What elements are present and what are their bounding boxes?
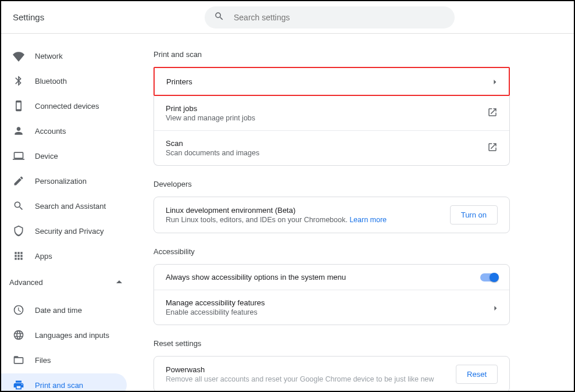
sidebar-advanced-label: Advanced xyxy=(9,278,43,287)
page-title: Settings xyxy=(13,12,205,22)
row-scan[interactable]: Scan Scan documents and images xyxy=(154,131,509,165)
sidebar-item-files[interactable]: Files xyxy=(1,348,136,372)
sidebar-item-label: Languages and inputs xyxy=(35,331,109,340)
row-subtitle: Scan documents and images xyxy=(166,149,259,157)
printers-highlight: Printers xyxy=(153,67,510,96)
clock-icon xyxy=(13,304,24,316)
apps-icon xyxy=(13,250,24,262)
sidebar: Network Bluetooth Connected devices Acco… xyxy=(1,34,136,391)
shield-icon xyxy=(13,225,24,237)
section-title-accessibility: Accessibility xyxy=(153,247,510,256)
sidebar-item-device[interactable]: Device xyxy=(1,144,136,168)
section-title-developers: Developers xyxy=(153,180,510,188)
sidebar-item-apps[interactable]: Apps xyxy=(1,244,136,268)
sidebar-item-connected-devices[interactable]: Connected devices xyxy=(1,94,136,117)
sidebar-item-label: Print and scan xyxy=(35,381,83,390)
sidebar-item-label: Date and time xyxy=(35,306,82,315)
sidebar-item-label: Accounts xyxy=(35,127,66,136)
sidebar-item-search-assistant[interactable]: Search and Assistant xyxy=(1,194,136,218)
arrow-right-icon xyxy=(492,76,497,87)
sidebar-item-label: Device xyxy=(35,152,58,161)
sidebar-item-label: Apps xyxy=(35,252,52,261)
sidebar-item-security[interactable]: Security and Privacy xyxy=(1,219,136,243)
row-subtitle: View and manage print jobs xyxy=(166,114,255,122)
toggle-on[interactable] xyxy=(480,273,498,281)
folder-icon xyxy=(13,354,24,366)
edit-icon xyxy=(13,175,24,187)
globe-icon xyxy=(13,329,24,341)
row-title: Print jobs xyxy=(166,104,255,113)
laptop-icon xyxy=(13,150,24,162)
row-title: Manage accessibility features xyxy=(166,298,265,307)
search-input[interactable] xyxy=(234,13,445,22)
search-icon xyxy=(214,11,234,24)
row-title: Scan xyxy=(166,139,259,148)
sidebar-item-label: Connected devices xyxy=(35,102,99,111)
chevron-up-icon xyxy=(116,278,122,287)
sidebar-item-label: Search and Assistant xyxy=(35,202,106,211)
main-content: Print and scan Printers Print jobs View … xyxy=(136,34,574,391)
row-manage-a11y[interactable]: Manage accessibility features Enable acc… xyxy=(154,290,509,325)
sidebar-item-label: Security and Privacy xyxy=(35,227,104,236)
sidebar-item-print-scan[interactable]: Print and scan xyxy=(1,373,127,391)
row-powerwash: Powerwash Remove all user accounts and r… xyxy=(154,357,509,391)
row-print-jobs[interactable]: Print jobs View and manage print jobs xyxy=(154,96,509,131)
open-external-icon xyxy=(487,142,498,155)
row-title: Linux development environment (Beta) xyxy=(166,206,387,215)
row-title: Printers xyxy=(166,77,192,86)
sidebar-item-label: Personalization xyxy=(35,177,87,186)
accessibility-card: Always show accessibility options in the… xyxy=(153,264,510,325)
person-icon xyxy=(13,125,24,137)
row-always-show-a11y[interactable]: Always show accessibility options in the… xyxy=(154,265,509,290)
sidebar-item-languages[interactable]: Languages and inputs xyxy=(1,323,136,347)
arrow-right-icon xyxy=(493,302,498,313)
row-subtitle: Enable accessibility features xyxy=(166,308,265,316)
row-linux: Linux development environment (Beta) Run… xyxy=(154,197,509,233)
phone-icon xyxy=(13,100,24,112)
sidebar-item-label: Network xyxy=(35,52,63,60)
sidebar-item-label: Bluetooth xyxy=(35,77,67,85)
bluetooth-icon xyxy=(13,75,24,87)
search-box[interactable] xyxy=(205,6,455,28)
sidebar-item-label: Files xyxy=(35,356,51,365)
sidebar-item-personalization[interactable]: Personalization xyxy=(1,169,136,193)
row-subtitle: Remove all user accounts and reset your … xyxy=(166,375,434,383)
learn-more-link[interactable]: Learn more xyxy=(349,216,387,224)
reset-button[interactable]: Reset xyxy=(456,365,498,384)
print-icon xyxy=(13,379,24,391)
sidebar-item-network[interactable]: Network xyxy=(1,44,136,67)
header: Settings xyxy=(1,1,574,34)
wifi-icon xyxy=(13,50,24,62)
print-scan-card: Print jobs View and manage print jobs Sc… xyxy=(153,96,510,166)
search-nav-icon xyxy=(13,200,24,212)
row-printers[interactable]: Printers xyxy=(155,68,509,95)
sidebar-advanced-toggle[interactable]: Advanced xyxy=(1,269,136,295)
row-subtitle: Run Linux tools, editors, and IDEs on yo… xyxy=(166,216,387,224)
reset-card: Powerwash Remove all user accounts and r… xyxy=(153,356,510,391)
open-external-icon xyxy=(487,107,498,120)
section-title-reset: Reset settings xyxy=(153,339,510,348)
turn-on-button[interactable]: Turn on xyxy=(450,205,498,224)
section-title-print-scan: Print and scan xyxy=(153,50,510,59)
sidebar-item-date-time[interactable]: Date and time xyxy=(1,298,136,322)
row-title: Powerwash xyxy=(166,365,434,374)
sidebar-item-bluetooth[interactable]: Bluetooth xyxy=(1,69,136,92)
developers-card: Linux development environment (Beta) Run… xyxy=(153,197,510,233)
sidebar-item-accounts[interactable]: Accounts xyxy=(1,119,136,142)
row-title: Always show accessibility options in the… xyxy=(166,273,346,281)
